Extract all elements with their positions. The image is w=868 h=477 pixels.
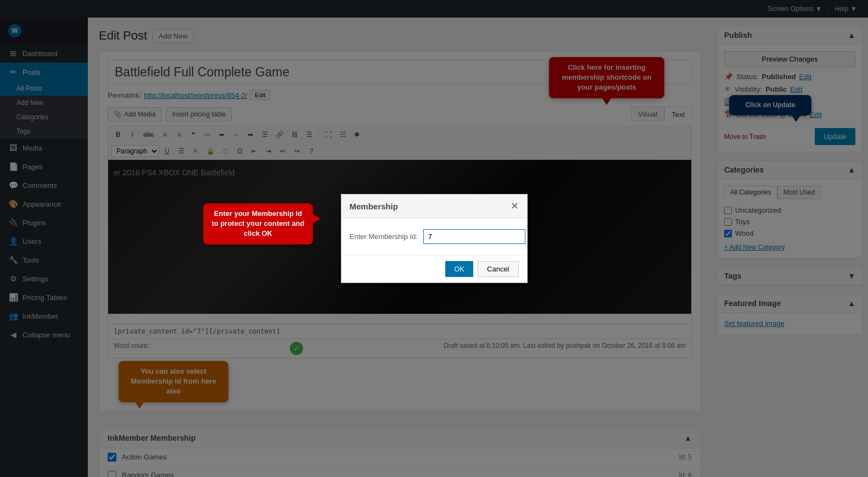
modal-body: Enter Membership Id:: [341, 218, 527, 255]
callout-enter-membership: Enter your Membership Id to protect your…: [203, 203, 313, 245]
membership-id-input[interactable]: [423, 229, 525, 244]
modal-header: Membership ✕: [341, 195, 527, 218]
modal-field-row: Enter Membership Id:: [350, 229, 519, 244]
modal-title: Membership: [350, 202, 398, 211]
modal-field-label: Enter Membership Id:: [350, 232, 418, 241]
modal-ok-button[interactable]: OK: [445, 261, 473, 277]
modal-cancel-button[interactable]: Cancel: [478, 261, 518, 277]
membership-modal: Membership ✕ Enter Membership Id: OK Can…: [341, 194, 528, 283]
modal-close-button[interactable]: ✕: [511, 200, 519, 212]
modal-footer: OK Cancel: [341, 255, 527, 282]
modal-close-icon: ✕: [511, 201, 519, 212]
modal-overlay: Membership ✕ Enter Membership Id: OK Can…: [0, 0, 868, 477]
